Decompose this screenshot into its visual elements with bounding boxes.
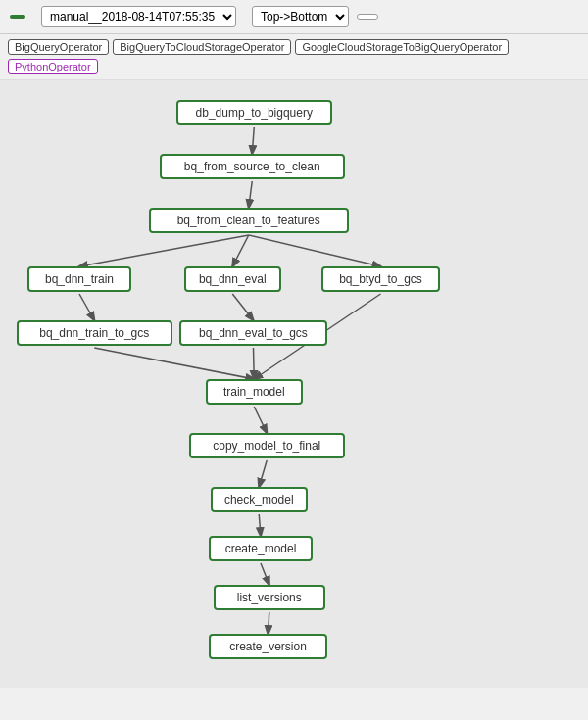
dag-node-create_version[interactable]: create_version [209, 634, 327, 659]
operator-tag[interactable]: GoogleCloudStorageToBigQueryOperator [295, 39, 509, 55]
dag-canvas: db_dump_to_bigquerybq_from_source_to_cle… [0, 80, 588, 688]
dag-node-db_dump_to_bigquery[interactable]: db_dump_to_bigquery [176, 100, 332, 125]
dag-node-train_model[interactable]: train_model [206, 379, 303, 405]
go-button[interactable] [357, 14, 378, 20]
svg-line-6 [232, 294, 253, 320]
dag-node-bq_btyd_to_gcs[interactable]: bq_btyd_to_gcs [321, 266, 440, 292]
status-badge [10, 15, 25, 19]
dag-node-create_model[interactable]: create_model [209, 536, 313, 561]
dag-node-bq_dnn_train[interactable]: bq_dnn_train [27, 266, 131, 292]
dag-node-list_versions[interactable]: list_versions [214, 585, 325, 610]
dag-node-check_model[interactable]: check_model [211, 487, 308, 512]
run-select[interactable]: manual__2018-08-14T07:55:35 [41, 6, 236, 27]
svg-line-7 [94, 348, 254, 379]
dag-node-bq_from_clean_to_features[interactable]: bq_from_clean_to_features [149, 208, 349, 233]
svg-line-0 [252, 127, 254, 154]
dag-node-bq_dnn_train_to_gcs[interactable]: bq_dnn_train_to_gcs [17, 320, 172, 346]
toolbar: manual__2018-08-14T07:55:35 Top->Bottom [0, 0, 588, 34]
dag-node-bq_dnn_eval_to_gcs[interactable]: bq_dnn_eval_to_gcs [179, 320, 327, 346]
svg-line-2 [79, 235, 249, 266]
dag-node-bq_dnn_eval[interactable]: bq_dnn_eval [184, 266, 281, 292]
svg-line-8 [254, 348, 255, 379]
svg-line-10 [254, 407, 267, 433]
svg-line-5 [79, 294, 94, 320]
svg-line-3 [232, 235, 249, 266]
operator-tag[interactable]: BigQueryToCloudStorageOperator [113, 39, 291, 55]
svg-line-13 [261, 563, 270, 585]
svg-line-4 [249, 235, 381, 266]
layout-select[interactable]: Top->Bottom [252, 6, 349, 27]
operator-tags: BigQueryOperatorBigQueryToCloudStorageOp… [0, 34, 588, 80]
operator-tag[interactable]: BigQueryOperator [8, 39, 109, 55]
dag-node-copy_model_to_final[interactable]: copy_model_to_final [189, 433, 345, 458]
operator-tag[interactable]: PythonOperator [8, 59, 98, 74]
svg-line-11 [259, 460, 267, 487]
dag-node-bq_from_source_to_clean[interactable]: bq_from_source_to_clean [160, 154, 345, 179]
svg-line-1 [249, 181, 253, 208]
svg-line-12 [259, 514, 261, 536]
svg-line-14 [269, 612, 270, 634]
